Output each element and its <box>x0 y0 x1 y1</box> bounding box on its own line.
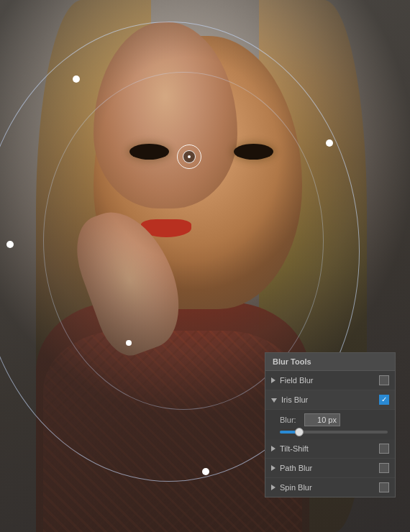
clothing-pattern <box>43 331 302 532</box>
field-blur-row[interactable]: Field Blur <box>265 371 395 390</box>
field-blur-checkbox[interactable] <box>379 375 389 385</box>
panel-title: Blur Tools <box>273 357 311 366</box>
spin-blur-arrow <box>271 485 275 490</box>
tilt-shift-arrow <box>271 446 275 451</box>
iris-blur-checkbox[interactable]: ✓ <box>379 395 389 405</box>
field-blur-label: Field Blur <box>280 376 379 385</box>
spin-blur-label: Spin Blur <box>280 483 379 492</box>
blur-slider-track[interactable] <box>280 431 388 434</box>
path-blur-label: Path Blur <box>280 464 379 472</box>
spin-blur-checkbox[interactable] <box>379 482 389 492</box>
blur-label: Blur: <box>280 416 300 424</box>
check-mark-icon: ✓ <box>381 396 387 403</box>
blur-slider-thumb[interactable] <box>295 428 304 436</box>
blur-control-row: Blur: <box>265 410 395 429</box>
spin-blur-row[interactable]: Spin Blur <box>265 478 395 497</box>
tilt-shift-row[interactable]: Tilt-Shift <box>265 439 395 459</box>
iris-blur-arrow <box>271 398 277 403</box>
path-blur-checkbox[interactable] <box>379 463 389 473</box>
iris-blur-label: Iris Blur <box>281 395 379 404</box>
tilt-shift-checkbox[interactable] <box>379 444 389 454</box>
panel-header: Blur Tools <box>265 353 395 371</box>
iris-blur-section: Blur: <box>265 410 395 439</box>
control-point-left[interactable] <box>6 241 14 248</box>
path-blur-row[interactable]: Path Blur <box>265 459 395 478</box>
tilt-shift-label: Tilt-Shift <box>280 444 379 453</box>
path-blur-arrow <box>271 465 275 471</box>
blur-tools-panel: Blur Tools Field Blur Iris Blur ✓ Blur: … <box>265 352 396 497</box>
blur-value-input[interactable] <box>304 413 340 426</box>
field-blur-arrow <box>271 377 275 383</box>
slider-row <box>265 429 395 439</box>
iris-blur-row[interactable]: Iris Blur ✓ <box>265 390 395 410</box>
